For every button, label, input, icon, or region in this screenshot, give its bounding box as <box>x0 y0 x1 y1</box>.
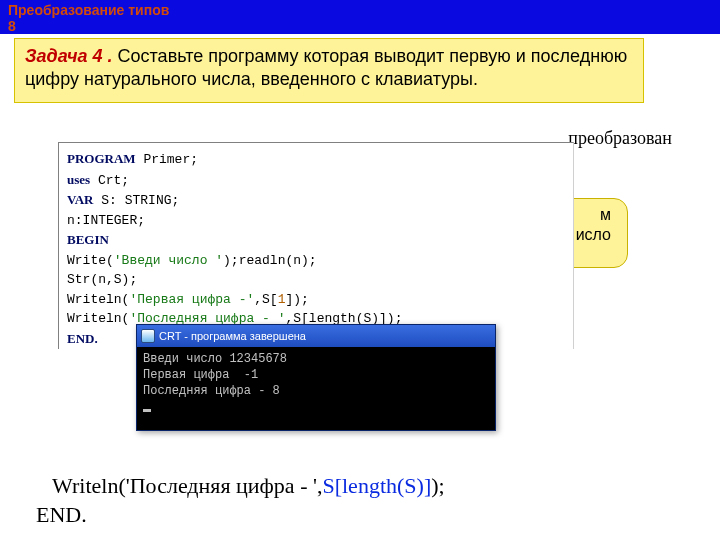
banner-line2: 8 <box>8 18 712 34</box>
bottom-code-block: Writeln('Последняя цифра - ',S[length(S)… <box>36 472 445 529</box>
task-box: Задача 4 . Составьте программу которая в… <box>14 38 644 103</box>
code-line: VAR S: STRING; <box>67 190 565 211</box>
console-line: Введи число 12345678 <box>143 352 287 366</box>
code-editor: PROGRAM Primer; uses Crt; VAR S: STRING;… <box>58 142 574 349</box>
code-line: END. <box>36 501 445 530</box>
code-line: n:INTEGER; <box>67 211 565 231</box>
slide-title-banner: Преобразование типов 8 <box>0 0 720 34</box>
console-cursor <box>143 409 151 412</box>
console-title-text: CRT - программа завершена <box>159 330 491 342</box>
partial-covered-text: преобразован <box>568 128 672 149</box>
code-line: uses Crt; <box>67 170 565 191</box>
console-window: CRT - программа завершена Введи число 12… <box>136 324 496 431</box>
console-line: Первая цифра -1 <box>143 368 258 382</box>
console-titlebar: CRT - программа завершена <box>137 325 495 347</box>
code-line: Writeln('Первая цифра -',S[1]); <box>67 290 565 310</box>
task-text: Составьте программу которая выводит перв… <box>25 46 627 89</box>
console-output: Введи число 12345678 Первая цифра -1 Пос… <box>137 347 495 430</box>
code-line: Writeln('Последняя цифра - ',S[length(S)… <box>36 472 445 501</box>
code-line: Write('Введи число ');readln(n); <box>67 251 565 271</box>
console-line: Последняя цифра - 8 <box>143 384 280 398</box>
code-line: BEGIN <box>67 230 565 251</box>
task-label: Задача 4 . <box>25 46 113 66</box>
banner-line1: Преобразование типов <box>8 2 712 18</box>
code-line: Str(n,S); <box>67 270 565 290</box>
app-icon <box>141 329 155 343</box>
code-line: PROGRAM Primer; <box>67 149 565 170</box>
